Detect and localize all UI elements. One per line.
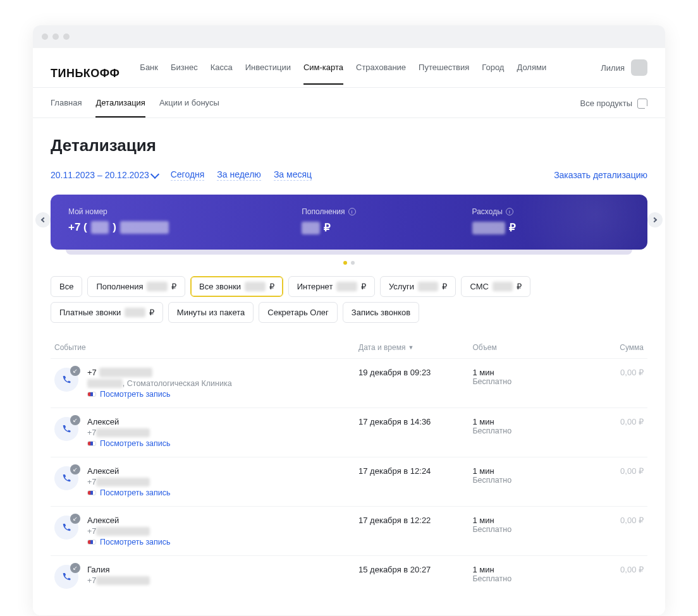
cell-datetime: 17 декабря в 14:36 — [358, 417, 472, 448]
top-nav-item[interactable]: Долями — [517, 63, 546, 85]
view-recording-link[interactable]: Посмотреть запись — [87, 390, 232, 399]
view-recording-link[interactable]: Посмотреть запись — [87, 538, 171, 547]
col-event: Событие — [54, 343, 358, 352]
event-subtitle: Название, Стоматологическая Клиника — [87, 379, 232, 388]
incoming-badge-icon: ↙ — [70, 464, 80, 474]
col-sum: Сумма — [568, 343, 644, 352]
top-nav-item[interactable]: Страхование — [356, 63, 406, 85]
filter-chip[interactable]: Все звонки00,00 ₽ — [190, 276, 283, 297]
cell-datetime: 17 декабря в 12:24 — [358, 466, 472, 497]
filter-chip[interactable]: Пополнения00,00 ₽ — [87, 276, 185, 297]
chip-label: Запись звонков — [352, 308, 410, 317]
cell-sum: 0,00 ₽ — [568, 565, 644, 589]
redacted: 000-00-00 — [120, 221, 169, 234]
top-nav-item[interactable]: Бизнес — [171, 63, 198, 85]
filter-chip[interactable]: Платные звонки00,00 ₽ — [51, 302, 163, 323]
phone-icon: ↙ — [54, 565, 78, 589]
window-dot — [52, 33, 59, 40]
carousel-dot[interactable] — [351, 261, 355, 265]
phone-icon: ↙ — [54, 417, 78, 441]
phone-icon: ↙ — [54, 516, 78, 540]
info-icon[interactable]: i — [506, 208, 513, 215]
date-range-picker[interactable]: 20.11.2023 – 20.12.2023 — [51, 170, 158, 180]
order-detail-link[interactable]: Заказать детализацию — [554, 170, 647, 180]
summary-carousel: Мой номер +7 (000) 000-00-00 Пополнения … — [51, 195, 647, 265]
event-title: Галия — [87, 565, 150, 574]
incoming-badge-icon: ↙ — [70, 366, 80, 376]
filter-chip[interactable]: Запись звонков — [343, 302, 419, 323]
table-row[interactable]: ↙Алексей+7 000 000-00-00Посмотреть запис… — [51, 457, 647, 506]
redacted: 000 000-00-00 — [96, 428, 150, 437]
table-row[interactable]: ↙Алексей+7 000 000-00-00Посмотреть запис… — [51, 408, 647, 457]
filter-chip[interactable]: Услуги00,00 ₽ — [380, 276, 456, 297]
carousel-prev-button[interactable] — [35, 212, 51, 227]
phone-icon: ↙ — [54, 466, 78, 490]
col-datetime[interactable]: Дата и время ▼ — [358, 343, 472, 352]
event-subtitle: +7 000 000-00-00 — [87, 428, 171, 437]
event-title: Алексей — [87, 516, 171, 525]
quick-range-today[interactable]: Сегодня — [171, 169, 205, 181]
summary-topups-value: 000 ₽ — [302, 221, 459, 234]
sub-nav-item[interactable]: Детализация — [95, 98, 145, 118]
record-flag-icon — [87, 392, 96, 397]
quick-range-month[interactable]: За месяц — [274, 169, 312, 181]
filter-chip[interactable]: Все — [51, 276, 82, 297]
redacted: 00,00 — [336, 282, 357, 291]
record-flag-icon — [87, 441, 96, 446]
chip-label: Интернет — [297, 282, 333, 291]
event-subtitle: +7 000 000-00-00 — [87, 527, 171, 536]
top-nav-item[interactable]: Инвестиции — [245, 63, 291, 85]
avatar[interactable] — [631, 59, 647, 76]
event-title: +7000 000-00-00 — [87, 368, 232, 377]
redacted: 00,00 — [125, 308, 145, 317]
chip-label: Все — [59, 282, 73, 291]
top-nav-item[interactable]: Путешествия — [419, 63, 469, 85]
cell-sum: 0,00 ₽ — [568, 368, 644, 399]
table-row[interactable]: ↙Алексей+7 000 000-00-00Посмотреть запис… — [51, 506, 647, 555]
user-area[interactable]: Лилия — [601, 59, 647, 87]
top-nav-item[interactable]: Город — [482, 63, 504, 85]
info-icon[interactable]: i — [348, 208, 356, 215]
summary-topups-label: Пополнения i — [302, 207, 459, 216]
sub-nav-item[interactable]: Главная — [51, 98, 82, 118]
cell-sum: 0,00 ₽ — [568, 466, 644, 497]
event-title: Алексей — [87, 466, 171, 476]
incoming-badge-icon: ↙ — [70, 563, 80, 573]
redacted: 00,00 — [418, 282, 439, 291]
all-products-link[interactable]: Все продукты — [580, 99, 647, 118]
chevron-left-icon — [41, 217, 46, 222]
redacted: 000 000-00-00 — [96, 478, 150, 486]
date-range-label: 20.11.2023 – 20.12.2023 — [51, 170, 149, 180]
filter-chip[interactable]: Интернет00,00 ₽ — [288, 276, 375, 297]
all-products-label: Все продукты — [580, 99, 632, 108]
user-name: Лилия — [601, 63, 625, 73]
filter-chip[interactable]: СМС00,00 ₽ — [461, 276, 530, 297]
page-content: Детализация 20.11.2023 – 20.12.2023 Сего… — [33, 118, 665, 615]
record-flag-icon — [87, 540, 96, 545]
filter-chip[interactable]: Минуты из пакета — [168, 302, 254, 323]
quick-range-week[interactable]: За неделю — [217, 169, 261, 181]
col-volume: Объем — [472, 343, 567, 352]
event-subtitle: +7 000 000-00-00 — [87, 478, 171, 486]
redacted: 000 — [91, 221, 109, 234]
sub-nav-item[interactable]: Акции и бонусы — [159, 98, 219, 118]
filter-chip[interactable]: Секретарь Олег — [259, 302, 338, 323]
event-title: Алексей — [87, 417, 171, 426]
carousel-dot-active[interactable] — [343, 261, 347, 265]
redacted: Название — [87, 379, 123, 388]
chip-label: Платные звонки — [59, 308, 121, 317]
summary-my-number: Мой номер +7 (000) 000-00-00 — [68, 207, 289, 234]
carousel-next-button[interactable] — [647, 212, 663, 227]
top-nav-item[interactable]: Касса — [211, 63, 233, 85]
top-nav-item[interactable]: Сим-карта — [303, 63, 343, 85]
top-nav-item[interactable]: Банк — [140, 63, 158, 85]
table-row[interactable]: ↙Галия+7 000 000-00-0015 декабря в 20:27… — [51, 555, 647, 598]
view-recording-link[interactable]: Посмотреть запись — [87, 488, 171, 497]
view-recording-link[interactable]: Посмотреть запись — [87, 439, 171, 448]
cell-volume: 1 минБесплатно — [472, 417, 567, 448]
phone-icon: ↙ — [54, 368, 78, 392]
table-row[interactable]: ↙+7000 000-00-00Название, Стоматологичес… — [51, 358, 647, 408]
incoming-badge-icon: ↙ — [70, 415, 80, 425]
record-flag-icon — [87, 490, 96, 495]
carousel-peek — [66, 250, 632, 255]
